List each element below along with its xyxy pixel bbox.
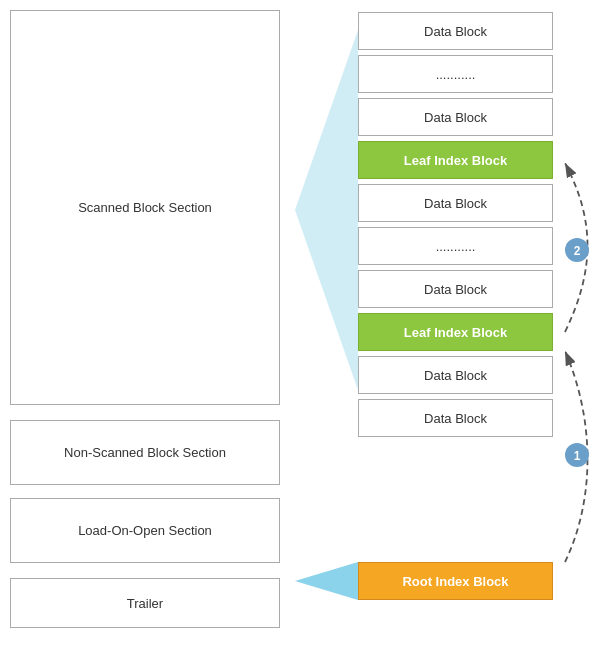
ellipsis-1: ...........	[358, 55, 553, 93]
scanned-block-section: Scanned Block Section	[10, 10, 280, 405]
scanned-block-label: Scanned Block Section	[78, 200, 212, 215]
svg-point-6	[565, 238, 589, 262]
trailer-section: Trailer	[10, 578, 280, 628]
data-block-3: Data Block	[358, 184, 553, 222]
data-block-6: Data Block	[358, 399, 553, 437]
data-block-4: Data Block	[358, 270, 553, 308]
root-index-block: Root Index Block	[358, 562, 553, 600]
load-on-open-section: Load-On-Open Section	[10, 498, 280, 563]
svg-marker-2	[295, 30, 358, 390]
trailer-label: Trailer	[127, 596, 163, 611]
load-on-open-label: Load-On-Open Section	[78, 523, 212, 538]
data-block-5: Data Block	[358, 356, 553, 394]
leaf-index-block-2: Leaf Index Block	[358, 313, 553, 351]
svg-text:1: 1	[574, 449, 581, 463]
data-block-2: Data Block	[358, 98, 553, 136]
svg-point-4	[565, 443, 589, 467]
svg-marker-3	[295, 562, 358, 600]
data-block-1: Data Block	[358, 12, 553, 50]
non-scanned-block-label: Non-Scanned Block Section	[64, 445, 226, 460]
non-scanned-block-section: Non-Scanned Block Section	[10, 420, 280, 485]
ellipsis-2: ...........	[358, 227, 553, 265]
leaf-index-block-1: Leaf Index Block	[358, 141, 553, 179]
svg-text:2: 2	[574, 244, 581, 258]
diagram: Scanned Block Section Non-Scanned Block …	[0, 0, 602, 659]
